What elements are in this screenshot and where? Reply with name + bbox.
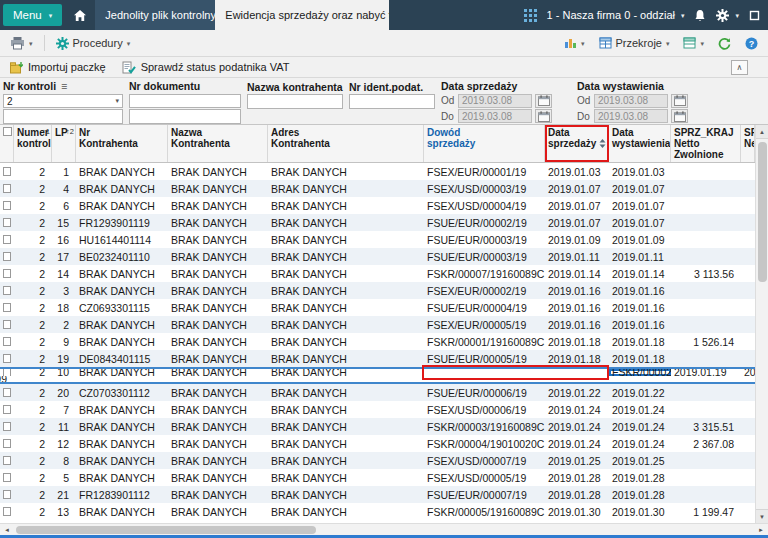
row-checkbox[interactable] [3, 269, 11, 278]
table-row[interactable]: 2 7 BRAK DANYCH BRAK DANYCH BRAK DANYCH … [0, 401, 755, 418]
row-checkbox[interactable] [3, 405, 11, 414]
table-row[interactable]: 2 11 BRAK DANYCH BRAK DANYCH BRAK DANYCH… [0, 418, 755, 435]
import-package-button[interactable]: Importuj paczkę [4, 59, 111, 76]
table-row[interactable]: 2 17 BE0232401110 BRAK DANYCH BRAK DANYC… [0, 248, 755, 265]
cell-dowod-sprzedazy: FSUE/EUR/00006/19 [424, 384, 545, 401]
cell-nazwa-kontrahenta: BRAK DANYCH [168, 418, 268, 435]
procedury-button[interactable]: Procedury ▾ [50, 34, 137, 53]
row-checkbox[interactable] [3, 439, 11, 448]
row-checkbox[interactable] [3, 235, 11, 244]
table-row[interactable]: 2 16 HU1614401114 BRAK DANYCH BRAK DANYC… [0, 231, 755, 248]
horizontal-scrollbar-thumb[interactable] [16, 526, 316, 534]
header-nr-kontrahenta[interactable]: Nr Kontrahenta [76, 125, 168, 162]
horizontal-scrollbar[interactable]: ◄ ► [0, 523, 768, 535]
header-select-all[interactable] [0, 125, 14, 162]
row-checkbox[interactable] [3, 490, 11, 499]
row-checkbox[interactable] [3, 354, 11, 363]
row-checkbox[interactable] [3, 167, 11, 176]
calendar-button[interactable] [535, 109, 552, 123]
vertical-scrollbar-thumb[interactable] [758, 142, 767, 282]
table-row[interactable]: 2 3 BRAK DANYCH BRAK DANYCH BRAK DANYCH … [0, 282, 755, 299]
table-row[interactable]: 2 12 BRAK DANYCH BRAK DANYCH BRAK DANYCH… [0, 435, 755, 452]
calendar-button[interactable] [671, 94, 688, 108]
nr-kontroli-select[interactable]: 2 ▾ [3, 94, 123, 109]
nr-kontroli-row2-input[interactable] [3, 109, 123, 124]
print-button[interactable]: ▾ [4, 33, 39, 53]
row-checkbox[interactable] [3, 422, 11, 431]
table-row[interactable]: 2 14 BRAK DANYCH BRAK DANYCH BRAK DANYCH… [0, 265, 755, 282]
header-data-wystawienia[interactable]: Data wystawienia [609, 125, 671, 162]
table-row[interactable]: 2 15 FR1293901119 BRAK DANYCH BRAK DANYC… [0, 214, 755, 231]
scroll-left-button[interactable]: ◄ [0, 524, 14, 535]
filter-menu-icon[interactable]: ≡ [61, 80, 67, 92]
header-numer-kontroli[interactable]: Numer kontroli ↑1 [14, 125, 52, 162]
cell-lp: 9 [52, 333, 76, 350]
row-checkbox[interactable] [3, 456, 11, 465]
chevron-down-icon: ▾ [681, 12, 685, 19]
nr-dokumentu-input[interactable] [129, 94, 241, 109]
settings-gear-button[interactable]: ▾ [716, 9, 739, 22]
row-checkbox[interactable] [3, 303, 11, 312]
select-all-checkbox[interactable] [3, 127, 12, 136]
calendar-button[interactable] [535, 94, 552, 108]
row-checkbox[interactable] [3, 218, 11, 227]
row-checkbox[interactable] [3, 388, 11, 397]
nr-dokumentu-row2-input[interactable] [129, 109, 241, 124]
table-row[interactable]: 2 4 BRAK DANYCH BRAK DANYCH BRAK DANYCH … [0, 180, 755, 197]
data-sprzedazy-od-field[interactable]: 2019.03.08 [458, 94, 532, 108]
table-row[interactable]: 2 5 BRAK DANYCH BRAK DANYCH BRAK DANYCH … [0, 469, 755, 486]
header-lp[interactable]: LP ↑2 [52, 125, 76, 162]
table-row[interactable]: 2 21 FR1283901112 BRAK DANYCH BRAK DANYC… [0, 486, 755, 503]
window-restore-icon[interactable] [749, 10, 760, 21]
row-checkbox[interactable] [3, 286, 11, 295]
collapse-filters-button[interactable]: ∧ [731, 60, 748, 75]
table-row[interactable]: 2 9 BRAK DANYCH BRAK DANYCH BRAK DANYCH … [0, 333, 755, 350]
header-nazwa-kontrahenta[interactable]: Nazwa Kontrahenta [168, 125, 268, 162]
vertical-scrollbar[interactable]: ▲ ▼ [755, 125, 768, 523]
data-wystawienia-do-field[interactable]: 2019.03.08 [594, 109, 668, 123]
nazwa-kontrahenta-input[interactable] [247, 94, 343, 109]
apps-grid-icon[interactable] [524, 9, 537, 22]
tab-ewidencja-sprzedazy[interactable]: Ewidencja sprzedaży oraz nabyć towarów [215, 0, 389, 30]
menu-button[interactable]: Menu ▾ [3, 4, 62, 26]
table-row[interactable]: 2 19 DE0843401115 BRAK DANYCH BRAK DANYC… [0, 350, 755, 367]
table-row[interactable]: 2 18 CZ0693301115 BRAK DANYCH BRAK DANYC… [0, 299, 755, 316]
row-checkbox[interactable] [3, 337, 11, 346]
przekroje-button[interactable]: Przekroje ▾ [593, 34, 676, 52]
vat-status-button[interactable]: Sprawdź status podatnika VAT [117, 59, 295, 76]
notifications-bell-icon[interactable] [694, 9, 706, 22]
tab-jednolity-plik-kontrolny[interactable]: Jednolity plik kontrolny [95, 0, 215, 30]
scroll-right-button[interactable]: ► [754, 524, 768, 535]
table-row[interactable]: 2 20 CZ0703301112 BRAK DANYCH BRAK DANYC… [0, 384, 755, 401]
chart-button[interactable]: ▾ [558, 34, 591, 52]
table-row[interactable]: 2 13 BRAK DANYCH BRAK DANYCH BRAK DANYCH… [0, 503, 755, 520]
header-data-sprzedazy-highlighted[interactable]: Data sprzedaży [545, 125, 609, 162]
table-row[interactable]: 2 2 BRAK DANYCH BRAK DANYCH BRAK DANYCH … [0, 316, 755, 333]
header-sprz-kraj[interactable]: SPRZ_KRAJ Netto Zwolnione [671, 125, 741, 162]
views-button[interactable]: ▾ [677, 34, 710, 52]
scroll-up-button[interactable]: ▲ [756, 125, 768, 139]
table-row[interactable]: 2 8 BRAK DANYCH BRAK DANYCH BRAK DANYCH … [0, 452, 755, 469]
row-checkbox[interactable] [3, 252, 11, 261]
scroll-down-button[interactable]: ▼ [756, 509, 768, 523]
row-checkbox[interactable] [3, 201, 11, 210]
nr-ident-input[interactable] [349, 94, 435, 109]
row-checkbox[interactable] [3, 320, 11, 329]
header-sprz-clipped[interactable]: SPRZ_ Netto [741, 125, 755, 162]
toolbar-separator [44, 35, 45, 51]
refresh-button[interactable] [712, 34, 737, 53]
row-checkbox[interactable] [3, 507, 11, 516]
calendar-button[interactable] [671, 109, 688, 123]
table-row[interactable]: 2 10 BRAK DANYCH BRAK DANYCH BRAK DANYCH… [0, 367, 755, 384]
data-wystawienia-od-field[interactable]: 2019.03.08 [594, 94, 668, 108]
data-sprzedazy-do-field[interactable]: 2019.03.08 [458, 109, 532, 123]
help-button[interactable]: ? [739, 34, 764, 53]
header-dowod-sprzedazy[interactable]: Dowód sprzedaży [424, 125, 545, 162]
table-row[interactable]: 2 6 BRAK DANYCH BRAK DANYCH BRAK DANYCH … [0, 197, 755, 214]
company-selector[interactable]: 1 - Nasza firma 0 - oddział ▾ [547, 9, 685, 21]
row-checkbox[interactable] [3, 184, 11, 193]
row-checkbox[interactable] [3, 473, 11, 482]
table-row[interactable]: 2 1 BRAK DANYCH BRAK DANYCH BRAK DANYCH … [0, 163, 755, 180]
home-button[interactable] [65, 0, 95, 30]
header-adres-kontrahenta[interactable]: Adres Kontrahenta [268, 125, 424, 162]
